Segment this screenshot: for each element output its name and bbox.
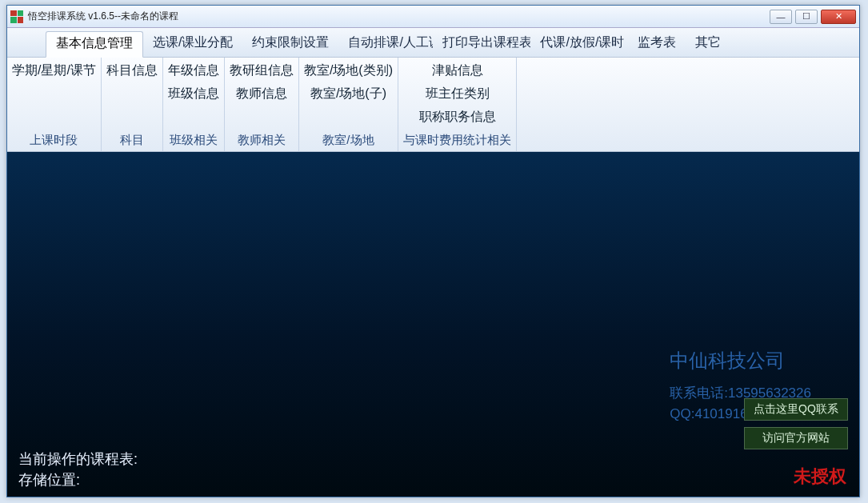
item-room-category[interactable]: 教室/场地(类别) [304, 62, 393, 79]
item-teacher-info[interactable]: 教师信息 [236, 86, 287, 102]
group-label-fee: 与课时费用统计相关 [403, 130, 511, 151]
item-teachgroup-info[interactable]: 教研组信息 [230, 62, 294, 79]
ribbon: 学期/星期/课节 上课时段 科目信息 科目 年级信息 班级信息 班级相关 教研组… [7, 58, 859, 152]
item-class-info[interactable]: 班级信息 [168, 86, 219, 102]
tab-substitute[interactable]: 代课/放假/课时 [530, 31, 628, 57]
group-time: 学期/星期/课节 上课时段 [7, 58, 102, 151]
minimize-button[interactable]: — [770, 10, 792, 24]
content-area: 中仙科技公司 联系电话:13595632326 QQ:410191680 点击这… [7, 152, 859, 497]
status-location: 存储位置: [18, 469, 138, 490]
item-subject-info[interactable]: 科目信息 [106, 62, 158, 79]
item-room-sub[interactable]: 教室/场地(子) [310, 86, 386, 102]
group-class: 年级信息 班级信息 班级相关 [163, 58, 225, 151]
tab-print-export[interactable]: 打印导出课程表 [433, 31, 530, 57]
unauth-label: 未授权 [794, 465, 846, 489]
item-term[interactable]: 学期/星期/课节 [12, 62, 96, 79]
group-teacher: 教研组信息 教师信息 教师相关 [225, 58, 299, 151]
tab-course-assign[interactable]: 选课/课业分配 [143, 31, 242, 57]
main-window: 悟空排课系统 v1.6.5--未命名的课程 — ☐ ✕ 基本信息管理 选课/课业… [6, 5, 860, 497]
status-current: 当前操作的课程表: [18, 449, 138, 469]
group-label-subject: 科目 [120, 130, 144, 151]
tab-constraints[interactable]: 约束限制设置 [242, 31, 338, 57]
contact-buttons: 点击这里QQ联系 访问官方网站 [744, 398, 848, 449]
group-fee: 津贴信息 班主任类别 职称职务信息 与课时费用统计相关 [398, 58, 517, 151]
group-room: 教室/场地(类别) 教室/场地(子) 教室/场地 [299, 58, 398, 151]
item-grade-info[interactable]: 年级信息 [168, 62, 219, 79]
tab-exam[interactable]: 监考表 [628, 31, 686, 57]
item-allowance[interactable]: 津贴信息 [432, 62, 483, 79]
app-icon [10, 10, 23, 23]
item-title-info[interactable]: 职称职务信息 [419, 109, 496, 126]
group-label-time: 上课时段 [30, 130, 78, 151]
item-headteacher-type[interactable]: 班主任类别 [426, 86, 490, 102]
close-button[interactable]: ✕ [821, 10, 856, 24]
status-block: 当前操作的课程表: 存储位置: [18, 449, 138, 490]
tab-other[interactable]: 其它 [686, 31, 730, 57]
maximize-button[interactable]: ☐ [795, 10, 818, 24]
title-bar: 悟空排课系统 v1.6.5--未命名的课程 — ☐ ✕ [7, 6, 859, 28]
tab-strip: 基本信息管理 选课/课业分配 约束限制设置 自动排课/人工调课 打印导出课程表 … [7, 28, 859, 58]
group-subject: 科目信息 科目 [102, 58, 163, 151]
tab-auto-schedule[interactable]: 自动排课/人工调课 [338, 31, 433, 57]
group-label-class: 班级相关 [170, 130, 218, 151]
group-label-room: 教室/场地 [322, 130, 374, 151]
visit-site-button[interactable]: 访问官方网站 [744, 427, 848, 449]
company-name: 中仙科技公司 [670, 348, 811, 373]
qq-contact-button[interactable]: 点击这里QQ联系 [744, 398, 848, 421]
group-label-teacher: 教师相关 [238, 130, 286, 151]
window-title: 悟空排课系统 v1.6.5--未命名的课程 [28, 10, 770, 23]
tab-basic-info[interactable]: 基本信息管理 [46, 31, 143, 58]
